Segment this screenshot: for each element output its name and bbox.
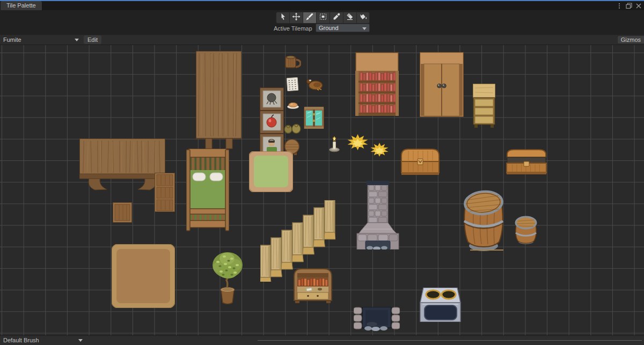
hutch-tile[interactable]	[292, 267, 334, 303]
maximize-icon[interactable]	[625, 2, 633, 10]
bottom-bar: Default Brush	[0, 335, 644, 345]
stove-tile[interactable]	[418, 288, 463, 322]
window-tile[interactable]	[304, 107, 324, 129]
move-tool-button[interactable]	[289, 12, 303, 24]
move-icon	[292, 12, 301, 23]
edit-button[interactable]: Edit	[84, 35, 101, 44]
gizmos-button[interactable]: Gizmos	[617, 35, 644, 44]
money-bags-tile[interactable]	[284, 121, 301, 134]
active-tilemap-value: Ground	[319, 25, 339, 31]
paint-brush-tool-button[interactable]	[303, 12, 316, 24]
brush-icon	[305, 12, 314, 23]
potted-plant-tile[interactable]	[210, 251, 245, 304]
chevron-down-icon	[362, 27, 367, 30]
close-icon[interactable]	[634, 2, 642, 10]
divider-line	[258, 340, 642, 341]
palette-bar: Fumite Edit Gizmos	[0, 35, 644, 45]
palette-dropdown-value: Fumite	[3, 36, 21, 43]
wood-board-tile[interactable]	[196, 51, 241, 149]
palette-dropdown[interactable]: Fumite	[0, 35, 83, 45]
pie-plate-tile[interactable]	[287, 101, 299, 109]
tab-bar: Tile Palette	[0, 1, 644, 10]
menu-kebab-icon[interactable]	[615, 2, 623, 10]
bookshelf-tile[interactable]	[355, 52, 399, 116]
brush-dropdown[interactable]: Default Brush	[0, 336, 86, 345]
long-table-tile[interactable]	[79, 138, 165, 190]
hearth-tile[interactable]	[354, 307, 400, 331]
active-tilemap-label: Active Tilemap	[274, 25, 312, 32]
tall-crate-tile[interactable]	[155, 173, 175, 212]
tab-tile-palette[interactable]: Tile Palette	[1, 1, 42, 10]
flood-fill-tool-button[interactable]	[356, 12, 370, 24]
roast-bird-tile[interactable]	[305, 78, 323, 91]
picture-frame-yarn-tile[interactable]	[260, 87, 284, 111]
picture-frame-apple-tile[interactable]	[260, 111, 284, 134]
tool-button-group	[276, 12, 370, 24]
green-rug-tile[interactable]	[249, 151, 293, 192]
eraser-tool-button[interactable]	[343, 12, 356, 24]
candle-tile[interactable]	[328, 136, 341, 152]
tan-rug-tile[interactable]	[112, 244, 175, 308]
cursor-icon	[279, 12, 287, 23]
boxfill-icon	[319, 12, 327, 23]
tab-label: Tile Palette	[6, 2, 36, 9]
fire-small-tile[interactable]	[369, 141, 390, 157]
bed-tile[interactable]	[186, 149, 229, 232]
chevron-down-icon	[78, 339, 83, 342]
chest-closed-tile[interactable]	[399, 149, 441, 175]
mug-tile[interactable]	[285, 55, 301, 69]
box-fill-tool-button[interactable]	[316, 12, 330, 24]
toolbar: Active Tilemap Ground	[0, 10, 644, 35]
window-controls	[615, 2, 642, 10]
eraser-icon	[346, 12, 354, 23]
dresser-tile[interactable]	[473, 84, 495, 128]
brush-dropdown-value: Default Brush	[3, 337, 39, 343]
bucket-icon	[359, 12, 368, 23]
tile-palette-window: Tile Palette Active Tilemap Ground Fumit…	[0, 0, 644, 345]
palette-grid-canvas[interactable]	[0, 45, 644, 335]
double-door-tile[interactable]	[420, 52, 464, 117]
chest-open-tile[interactable]	[504, 149, 548, 175]
barrel-small-tile[interactable]	[514, 215, 538, 245]
eyedropper-icon	[332, 12, 341, 23]
barrel-large-tile[interactable]	[462, 188, 506, 253]
select-tool-button[interactable]	[276, 12, 289, 24]
active-tilemap-dropdown[interactable]: Ground	[316, 24, 370, 32]
chevron-down-icon	[75, 39, 79, 41]
tile-picker-tool-button[interactable]	[330, 12, 343, 24]
paper-tile[interactable]	[286, 77, 299, 92]
small-crate-tile[interactable]	[113, 202, 132, 223]
fire-large-tile[interactable]	[346, 133, 369, 151]
stone-chimney-tile[interactable]	[356, 181, 400, 249]
